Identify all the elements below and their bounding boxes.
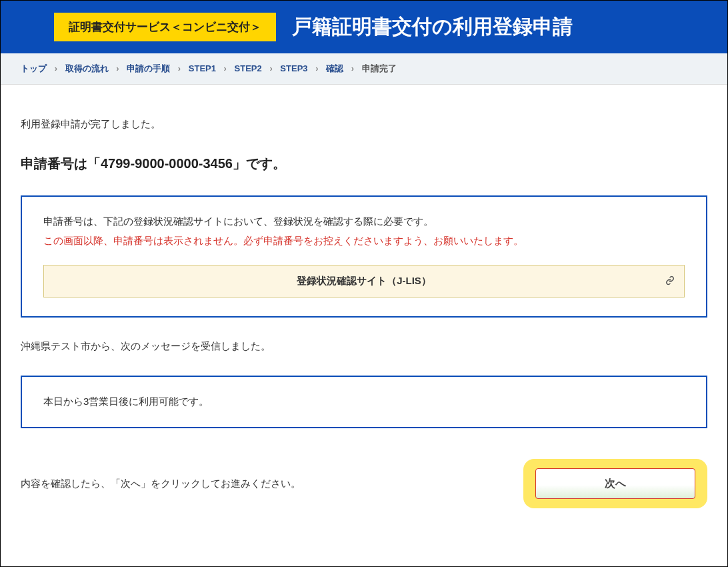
info-warning: この画面以降、申請番号は表示されません。必ず申請番号をお控えくださいますよう、お… [43,235,685,247]
info-note-1: 申請番号は、下記の登録状況確認サイトにおいて、登録状況を確認する際に必要です。 [43,215,685,228]
application-number: 申請番号は「4799-9000-0000-3456」です。 [21,155,707,173]
service-badge: 証明書交付サービス＜コンビニ交付＞ [54,13,276,41]
page-title: 戸籍証明書交付の利用登録申請 [292,13,573,41]
municipality-message-intro: 沖縄県テスト市から、次のメッセージを受信しました。 [21,340,707,353]
breadcrumb-item-flow[interactable]: 取得の流れ [65,63,109,73]
chevron-right-icon: › [315,63,318,73]
breadcrumb-item-complete: 申請完了 [362,63,397,73]
footer-row: 内容を確認したら、「次へ」をクリックしてお進みください。 次へ [21,459,707,508]
next-button-highlight: 次へ [523,459,707,508]
municipality-message-box: 本日から3営業日後に利用可能です。 [21,376,707,428]
breadcrumb-item-confirm[interactable]: 確認 [326,63,343,73]
chevron-right-icon: › [55,63,57,73]
breadcrumb: トップ › 取得の流れ › 申請の手順 › STEP1 › STEP2 › ST… [1,53,727,85]
breadcrumb-item-top[interactable]: トップ [21,63,47,73]
chevron-right-icon: › [224,63,227,73]
info-panel: 申請番号は、下記の登録状況確認サイトにおいて、登録状況を確認する際に必要です。 … [21,195,707,318]
breadcrumb-item-step3[interactable]: STEP3 [280,63,307,73]
proceed-instruction: 内容を確認したら、「次へ」をクリックしてお進みください。 [21,478,301,490]
breadcrumb-item-step1[interactable]: STEP1 [189,63,216,73]
chevron-right-icon: › [351,63,354,73]
link-icon [665,275,675,287]
breadcrumb-item-step2[interactable]: STEP2 [235,63,262,73]
breadcrumb-item-steps[interactable]: 申請の手順 [127,63,170,73]
chevron-right-icon: › [116,63,119,73]
main-content: 利用登録申請が完了しました。 申請番号は「4799-9000-0000-3456… [1,85,727,528]
next-button[interactable]: 次へ [535,468,695,499]
chevron-right-icon: › [269,63,272,73]
status-check-link[interactable]: 登録状況確認サイト（J-LIS） [43,265,685,298]
status-check-link-label: 登録状況確認サイト（J-LIS） [297,275,431,286]
chevron-right-icon: › [178,63,181,73]
page-header: 証明書交付サービス＜コンビニ交付＞ 戸籍証明書交付の利用登録申請 [1,1,727,53]
completion-message: 利用登録申請が完了しました。 [21,118,707,131]
municipality-message-body: 本日から3営業日後に利用可能です。 [43,396,209,407]
